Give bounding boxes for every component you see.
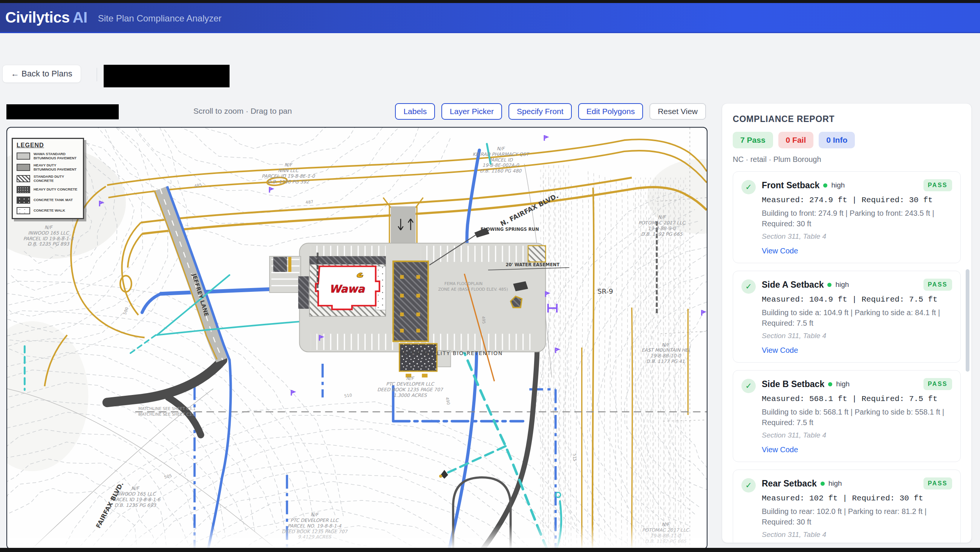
- summary-badges: 7 Pass0 Fail0 Info: [733, 132, 961, 148]
- legend-swatch-hd-pavement: [17, 164, 30, 171]
- check-pass-icon: ✓: [741, 478, 756, 493]
- check-measured: Measured: 102 ft | Required: 30 ft: [762, 494, 952, 503]
- fema-label-2: ZONE AE (BASE FLOOD ELEV. 485): [438, 287, 508, 292]
- contour-label: 515: [572, 454, 577, 461]
- water-easement-label: 20' WATER EASEMENT: [506, 262, 559, 267]
- check-detail: Building to front: 274.9 ft | Parking to…: [762, 208, 952, 229]
- legend-item: HEAVY DUTY CONCRETE: [17, 186, 79, 193]
- fuel-canopy: [393, 261, 428, 341]
- compliance-check-card: ✓ Rear Setback high PASS Measured: 102 f…: [733, 470, 961, 543]
- toolbar-button-specify-front[interactable]: Specify Front: [509, 103, 572, 120]
- app-header: CivilyticsAI Site Plan Compliance Analyz…: [0, 3, 980, 33]
- check-name: Side B Setback: [762, 379, 824, 389]
- brand-accent: AI: [73, 9, 88, 25]
- legend-title: LEGEND: [17, 142, 79, 149]
- check-measured: Measured: 274.9 ft | Required: 30 ft: [762, 196, 952, 205]
- parcel-label: N/FPTC DEVELOPER LLCDEED BOOK 1235 PAGE …: [377, 375, 444, 398]
- brand-name: Civilytics: [5, 9, 70, 25]
- plan-legend: LEGEND WAWA STANDARD BITUMINOUS PAVEMENT…: [12, 138, 84, 219]
- view-code-link[interactable]: View Code: [762, 346, 798, 355]
- tank-mat: [399, 344, 437, 378]
- bio-retention-label: WATER QUALITY BIO-RETENTION: [399, 350, 503, 356]
- status-badge: PASS: [923, 378, 952, 390]
- flowing-springs-label: FLOWING SPRINGS RUN: [480, 227, 539, 232]
- check-name: Side A Setback: [762, 280, 824, 290]
- building-logo-text: Wawa: [329, 283, 365, 295]
- toolbar-button-labels[interactable]: Labels: [395, 103, 435, 120]
- parcel-label: N/FPTC DEVELOPER LLCPARCEL NO. 19-8-8-1-…: [282, 512, 348, 540]
- toolbar-button-layer-picker[interactable]: Layer Picker: [441, 103, 502, 120]
- check-priority: high: [829, 479, 842, 488]
- contour-label: 495: [480, 316, 486, 324]
- check-code-section: Section 311, Table 4: [762, 431, 952, 439]
- window-top-edge: [0, 0, 980, 3]
- status-badge: PASS: [923, 477, 952, 490]
- legend-swatch-hd-concrete: [17, 186, 30, 193]
- legend-label: STANDARD DUTY CONCRETE: [33, 175, 79, 182]
- app-window: CivilyticsAI Site Plan Compliance Analyz…: [0, 0, 980, 552]
- legend-label: HEAVY DUTY BITUMINOUS PAVEMENT: [33, 163, 79, 171]
- legend-rows: WAWA STANDARD BITUMINOUS PAVEMENTHEAVY D…: [17, 152, 79, 214]
- toolbar-button-edit-polygons[interactable]: Edit Polygons: [578, 103, 643, 120]
- contour-label: 510: [344, 393, 352, 399]
- site-plan-viewport[interactable]: Wawa: [6, 127, 708, 549]
- legend-swatch-std-pavement: [17, 152, 30, 160]
- legend-label: HEAVY DUTY CONCRETE: [33, 187, 77, 192]
- priority-dot-icon: [827, 283, 832, 287]
- driveway: [383, 198, 423, 246]
- legend-swatch-std-concrete: [17, 175, 30, 182]
- check-pass-icon: ✓: [741, 379, 756, 393]
- status-badge: PASS: [923, 179, 952, 191]
- app-subtitle: Site Plan Compliance Analyzer: [98, 13, 222, 24]
- site-plan-canvas[interactable]: Wawa: [7, 128, 707, 549]
- window-bottom-edge: [0, 548, 980, 552]
- contour-label: 505: [164, 473, 172, 480]
- legend-item: CONCRETE TANK MAT: [17, 197, 79, 204]
- legend-item: STANDARD DUTY CONCRETE: [17, 175, 79, 182]
- toolbar-button-reset-view[interactable]: Reset View: [649, 103, 706, 120]
- compliance-report-panel: COMPLIANCE REPORT 7 Pass0 Fail0 Info NC …: [722, 103, 972, 543]
- compliance-check-card: ✓ Side B Setback high PASS Measured: 568…: [733, 370, 961, 462]
- contour-label: 487: [305, 199, 313, 205]
- summary-badge-info: 0 Info: [819, 132, 855, 148]
- check-code-section: Section 311, Table 4: [762, 232, 952, 241]
- check-name: Front Setback: [762, 180, 819, 190]
- panel-title: COMPLIANCE REPORT: [733, 114, 961, 124]
- parcel-label: N/FNNN LLCPARCEL ID 19-8-8E-1-0D.B. 1190…: [262, 162, 315, 184]
- contour-label: 500: [122, 306, 129, 316]
- legend-label: CONCRETE TANK MAT: [33, 198, 73, 202]
- compliance-check-card: ✓ Side A Setback high PASS Measured: 104…: [733, 271, 961, 363]
- check-list: ✓ Front Setback high PASS Measured: 274.…: [733, 171, 961, 543]
- legend-swatch-concrete-walk: [17, 207, 30, 214]
- priority-dot-icon: [821, 482, 825, 486]
- status-badge: PASS: [923, 279, 952, 291]
- matchline-label-2: MATCHLINE SEE SHEET C3.2: [138, 412, 196, 417]
- view-code-link[interactable]: View Code: [762, 446, 798, 454]
- check-measured: Measured: 104.9 ft | Required: 7.5 ft: [762, 295, 952, 304]
- app-logo: CivilyticsAI: [5, 9, 88, 26]
- building: Wawa: [298, 256, 386, 316]
- nav-divider: [97, 68, 97, 81]
- check-pass-icon: ✓: [741, 180, 756, 194]
- matchline-label-1: MATCHLINE SEE SHEET C3.1: [138, 406, 196, 411]
- check-priority: high: [836, 380, 850, 388]
- legend-label: CONCRETE WALK: [33, 209, 65, 213]
- priority-dot-icon: [828, 382, 832, 386]
- viewer-hint: Scroll to zoom · Drag to pan: [193, 106, 292, 116]
- parcel-label: N/FKB RAD PHARMACY QSTPARCEL ID19-8-8E-0…: [473, 146, 530, 174]
- check-detail: Building to rear: 102.0 ft | Parking to …: [762, 506, 952, 527]
- view-code-link[interactable]: View Code: [762, 247, 798, 255]
- back-to-plans-button[interactable]: ← Back to Plans: [2, 65, 81, 83]
- panel-scrollbar[interactable]: [966, 269, 969, 372]
- fema-label-1: FEMA FLOODPLAIN: [444, 281, 482, 286]
- redacted-plan-title: [103, 65, 229, 87]
- check-detail: Building to side b: 568.1 ft | Parking t…: [762, 407, 952, 428]
- check-measured: Measured: 568.1 ft | Required: 7.5 ft: [762, 395, 952, 403]
- legend-swatch-tank-mat: [17, 197, 30, 204]
- legend-item: WAWA STANDARD BITUMINOUS PAVEMENT: [17, 152, 79, 160]
- legend-item: HEAVY DUTY BITUMINOUS PAVEMENT: [17, 163, 79, 171]
- report-meta: NC · retail · Plum Borough: [733, 155, 961, 164]
- viewer-toolbar: Scroll to zoom · Drag to pan LabelsLayer…: [6, 103, 706, 120]
- sr9-label: SR-9: [597, 287, 613, 295]
- check-pass-icon: ✓: [741, 279, 756, 294]
